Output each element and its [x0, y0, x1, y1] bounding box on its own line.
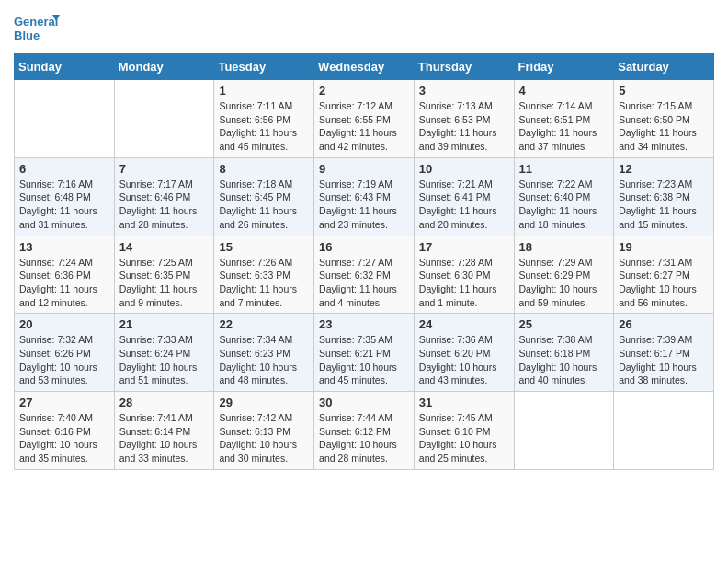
day-info: Sunrise: 7:15 AM Sunset: 6:50 PM Dayligh… — [619, 99, 709, 154]
day-info: Sunrise: 7:39 AM Sunset: 6:17 PM Dayligh… — [619, 333, 709, 387]
day-number: 28 — [119, 396, 210, 409]
calendar-header: SundayMondayTuesdayWednesdayThursdayFrid… — [15, 54, 714, 80]
calendar-day: 11Sunrise: 7:22 AM Sunset: 6:40 PM Dayli… — [514, 157, 614, 236]
calendar-day: 17Sunrise: 7:28 AM Sunset: 6:30 PM Dayli… — [414, 236, 514, 314]
calendar-week: 1Sunrise: 7:11 AM Sunset: 6:56 PM Daylig… — [15, 80, 714, 158]
calendar-day — [15, 80, 115, 158]
header-day: Monday — [114, 54, 214, 80]
header-row: SundayMondayTuesdayWednesdayThursdayFrid… — [15, 54, 714, 80]
day-number: 31 — [419, 396, 509, 409]
day-info: Sunrise: 7:24 AM Sunset: 6:36 PM Dayligh… — [19, 256, 109, 310]
calendar-week: 20Sunrise: 7:32 AM Sunset: 6:26 PM Dayli… — [15, 314, 714, 392]
day-number: 27 — [19, 396, 109, 409]
day-info: Sunrise: 7:17 AM Sunset: 6:46 PM Dayligh… — [119, 178, 210, 232]
day-info: Sunrise: 7:29 AM Sunset: 6:29 PM Dayligh… — [519, 256, 609, 310]
calendar-day: 4Sunrise: 7:14 AM Sunset: 6:51 PM Daylig… — [514, 80, 614, 158]
day-number: 19 — [619, 240, 709, 254]
day-number: 2 — [319, 84, 409, 98]
day-info: Sunrise: 7:21 AM Sunset: 6:41 PM Dayligh… — [419, 178, 509, 232]
header-day: Saturday — [614, 54, 714, 80]
day-info: Sunrise: 7:41 AM Sunset: 6:14 PM Dayligh… — [119, 411, 210, 465]
day-info: Sunrise: 7:33 AM Sunset: 6:24 PM Dayligh… — [119, 333, 210, 387]
day-number: 22 — [219, 317, 309, 331]
day-info: Sunrise: 7:40 AM Sunset: 6:16 PM Dayligh… — [19, 411, 109, 465]
calendar-table: SundayMondayTuesdayWednesdayThursdayFrid… — [14, 53, 714, 470]
day-info: Sunrise: 7:42 AM Sunset: 6:13 PM Dayligh… — [219, 411, 309, 465]
calendar-day: 12Sunrise: 7:23 AM Sunset: 6:38 PM Dayli… — [614, 157, 714, 236]
day-info: Sunrise: 7:19 AM Sunset: 6:43 PM Dayligh… — [319, 178, 409, 232]
day-number: 20 — [19, 317, 109, 331]
day-number: 24 — [419, 317, 509, 331]
day-number: 30 — [319, 396, 409, 409]
calendar-day: 8Sunrise: 7:18 AM Sunset: 6:45 PM Daylig… — [214, 157, 314, 236]
day-number: 6 — [19, 162, 109, 176]
day-info: Sunrise: 7:35 AM Sunset: 6:21 PM Dayligh… — [319, 333, 409, 387]
calendar-day: 10Sunrise: 7:21 AM Sunset: 6:41 PM Dayli… — [414, 157, 514, 236]
day-info: Sunrise: 7:36 AM Sunset: 6:20 PM Dayligh… — [419, 333, 509, 387]
day-info: Sunrise: 7:12 AM Sunset: 6:55 PM Dayligh… — [319, 99, 409, 154]
calendar-day: 16Sunrise: 7:27 AM Sunset: 6:32 PM Dayli… — [314, 236, 415, 314]
day-number: 12 — [619, 162, 709, 176]
day-info: Sunrise: 7:11 AM Sunset: 6:56 PM Dayligh… — [219, 99, 309, 154]
calendar-day — [614, 392, 714, 470]
calendar-day: 31Sunrise: 7:45 AM Sunset: 6:10 PM Dayli… — [414, 392, 514, 470]
calendar-day: 2Sunrise: 7:12 AM Sunset: 6:55 PM Daylig… — [314, 80, 415, 158]
header-day: Friday — [514, 54, 614, 80]
logo-svg: General Blue — [14, 9, 60, 46]
calendar-body: 1Sunrise: 7:11 AM Sunset: 6:56 PM Daylig… — [15, 80, 714, 470]
calendar-day: 28Sunrise: 7:41 AM Sunset: 6:14 PM Dayli… — [114, 392, 214, 470]
calendar-day: 22Sunrise: 7:34 AM Sunset: 6:23 PM Dayli… — [214, 314, 314, 392]
day-number: 5 — [619, 84, 709, 98]
calendar-day: 25Sunrise: 7:38 AM Sunset: 6:18 PM Dayli… — [514, 314, 614, 392]
calendar-day: 23Sunrise: 7:35 AM Sunset: 6:21 PM Dayli… — [314, 314, 415, 392]
calendar-day: 26Sunrise: 7:39 AM Sunset: 6:17 PM Dayli… — [614, 314, 714, 392]
calendar-day: 6Sunrise: 7:16 AM Sunset: 6:48 PM Daylig… — [15, 157, 115, 236]
calendar-day: 3Sunrise: 7:13 AM Sunset: 6:53 PM Daylig… — [414, 80, 514, 158]
day-info: Sunrise: 7:28 AM Sunset: 6:30 PM Dayligh… — [419, 256, 509, 310]
day-number: 17 — [419, 240, 509, 254]
calendar-day: 20Sunrise: 7:32 AM Sunset: 6:26 PM Dayli… — [15, 314, 115, 392]
day-number: 15 — [219, 240, 309, 254]
calendar-day: 19Sunrise: 7:31 AM Sunset: 6:27 PM Dayli… — [614, 236, 714, 314]
day-info: Sunrise: 7:25 AM Sunset: 6:35 PM Dayligh… — [119, 256, 210, 310]
day-number: 4 — [519, 84, 609, 98]
day-info: Sunrise: 7:38 AM Sunset: 6:18 PM Dayligh… — [519, 333, 609, 387]
calendar-day: 27Sunrise: 7:40 AM Sunset: 6:16 PM Dayli… — [15, 392, 115, 470]
calendar-week: 6Sunrise: 7:16 AM Sunset: 6:48 PM Daylig… — [15, 157, 714, 236]
day-number: 11 — [519, 162, 609, 176]
calendar-day: 1Sunrise: 7:11 AM Sunset: 6:56 PM Daylig… — [214, 80, 314, 158]
day-info: Sunrise: 7:32 AM Sunset: 6:26 PM Dayligh… — [19, 333, 109, 387]
day-number: 18 — [519, 240, 609, 254]
calendar-day: 30Sunrise: 7:44 AM Sunset: 6:12 PM Dayli… — [314, 392, 415, 470]
day-number: 1 — [219, 84, 309, 98]
header-day: Sunday — [15, 54, 115, 80]
calendar-day: 5Sunrise: 7:15 AM Sunset: 6:50 PM Daylig… — [614, 80, 714, 158]
calendar-day: 21Sunrise: 7:33 AM Sunset: 6:24 PM Dayli… — [114, 314, 214, 392]
day-number: 7 — [119, 162, 210, 176]
day-number: 21 — [119, 317, 210, 331]
day-number: 8 — [219, 162, 309, 176]
day-number: 3 — [419, 84, 509, 98]
calendar-day: 14Sunrise: 7:25 AM Sunset: 6:35 PM Dayli… — [114, 236, 214, 314]
day-info: Sunrise: 7:27 AM Sunset: 6:32 PM Dayligh… — [319, 256, 409, 310]
logo: General Blue — [14, 9, 60, 46]
day-number: 29 — [219, 396, 309, 409]
calendar-day: 7Sunrise: 7:17 AM Sunset: 6:46 PM Daylig… — [114, 157, 214, 236]
calendar-day: 18Sunrise: 7:29 AM Sunset: 6:29 PM Dayli… — [514, 236, 614, 314]
calendar-day — [514, 392, 614, 470]
day-info: Sunrise: 7:23 AM Sunset: 6:38 PM Dayligh… — [619, 178, 709, 232]
svg-text:General: General — [14, 15, 58, 29]
calendar-day: 9Sunrise: 7:19 AM Sunset: 6:43 PM Daylig… — [314, 157, 415, 236]
day-info: Sunrise: 7:26 AM Sunset: 6:33 PM Dayligh… — [219, 256, 309, 310]
day-info: Sunrise: 7:31 AM Sunset: 6:27 PM Dayligh… — [619, 256, 709, 310]
calendar-day: 15Sunrise: 7:26 AM Sunset: 6:33 PM Dayli… — [214, 236, 314, 314]
day-info: Sunrise: 7:13 AM Sunset: 6:53 PM Dayligh… — [419, 99, 509, 154]
calendar-day: 13Sunrise: 7:24 AM Sunset: 6:36 PM Dayli… — [15, 236, 115, 314]
header-day: Tuesday — [214, 54, 314, 80]
day-info: Sunrise: 7:34 AM Sunset: 6:23 PM Dayligh… — [219, 333, 309, 387]
calendar-week: 27Sunrise: 7:40 AM Sunset: 6:16 PM Dayli… — [15, 392, 714, 470]
calendar-day: 24Sunrise: 7:36 AM Sunset: 6:20 PM Dayli… — [414, 314, 514, 392]
day-info: Sunrise: 7:22 AM Sunset: 6:40 PM Dayligh… — [519, 178, 609, 232]
day-number: 14 — [119, 240, 210, 254]
calendar-day: 29Sunrise: 7:42 AM Sunset: 6:13 PM Dayli… — [214, 392, 314, 470]
